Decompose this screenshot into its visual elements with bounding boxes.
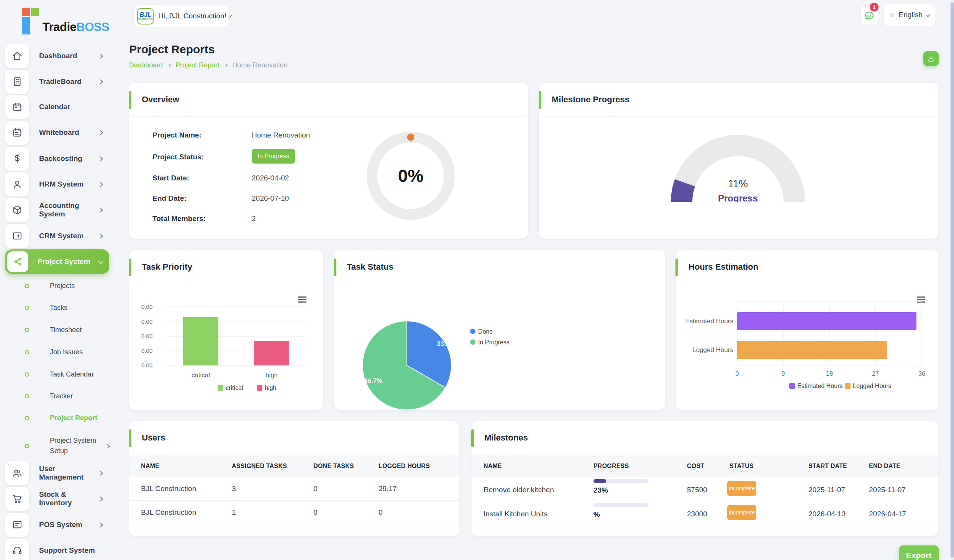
logo-icon: [22, 8, 39, 34]
dollar-icon: [5, 147, 29, 171]
card-accent: [334, 259, 336, 276]
progress-bar: [593, 479, 648, 483]
project-progress-donut-chart[interactable]: 0%: [361, 126, 461, 226]
table-header-row: [472, 455, 938, 477]
x-category-label: critical: [192, 372, 210, 379]
overview-card: Overview Project Name: Home Renovation P…: [129, 83, 528, 239]
sidebar-item-whiteboard[interactable]: Whiteboard: [5, 120, 109, 145]
bar-estimated-hours[interactable]: [737, 312, 916, 330]
pos-card-icon: [5, 513, 29, 537]
card-title: Overview: [142, 95, 179, 105]
cell-logged-hours: 29.17: [379, 485, 397, 493]
sidebar-item-calendar[interactable]: Calendar: [5, 95, 109, 119]
task-status-pie-chart[interactable]: 33.3% 66.7% Done In Progress: [345, 287, 559, 410]
cell-end-date: 2025-11-07: [869, 486, 906, 494]
breadcrumb: Dashboard Project Report Home Renovation: [129, 61, 287, 69]
start-date-label: Start Date:: [152, 174, 189, 182]
sidebar-item-dashboard[interactable]: Dashboard: [5, 44, 109, 68]
legend-swatch: [257, 385, 262, 391]
avatar-subtext: CONSTRUCTION: [137, 18, 154, 21]
sidebar-subitem-tasks[interactable]: Tasks: [5, 304, 109, 311]
legend-swatch: [789, 383, 795, 389]
user-menu[interactable]: BJL CONSTRUCTION Hi, BJL Construction!: [133, 5, 228, 27]
cell-start-date: 2025-11-07: [808, 486, 845, 494]
bullet-icon: [25, 328, 29, 332]
status-badge: Incomplete: [727, 481, 756, 496]
bar-high[interactable]: [254, 341, 289, 365]
card-title: Task Status: [347, 262, 393, 272]
breadcrumb-dashboard[interactable]: Dashboard: [129, 61, 163, 69]
sidebar-item-user-management[interactable]: User Management: [5, 461, 109, 485]
app-root: TradieBOSS BJL CONSTRUCTION Hi, BJL Cons…: [0, 0, 954, 560]
chevron-right-icon: [98, 156, 103, 161]
avatar: BJL CONSTRUCTION: [137, 8, 154, 25]
bullet-icon: [25, 284, 29, 288]
bar-logged-hours[interactable]: [737, 341, 887, 359]
task-status-card: Task Status 33.3% 66.7% Done In Progress: [334, 250, 665, 410]
card-accent: [129, 91, 131, 109]
sidebar-item-accounting-system[interactable]: Accounting System: [5, 198, 109, 222]
pie-data-label: 33.3%: [437, 340, 455, 347]
x-category-label: high: [266, 372, 278, 379]
sidebar-item-stock-inventory[interactable]: Stock & Inventory: [5, 486, 109, 511]
milestones-card: Milestones NAME PROGRESS COST STATUS STA…: [472, 421, 938, 536]
chart-legend[interactable]: Done In Progress: [470, 328, 510, 345]
project-name-label: Project Name:: [152, 131, 202, 139]
breadcrumb-current: Home Renovation: [232, 61, 287, 69]
progress-label: 23%: [593, 486, 608, 495]
task-priority-card: Task Priority 0.00 0.00 0.00 0.00 0.00 c…: [129, 250, 323, 410]
legend-label: Logged Hours: [853, 383, 892, 389]
column-header: NAME: [141, 463, 159, 470]
person-icon: [5, 172, 29, 196]
bar-critical[interactable]: [183, 317, 218, 365]
cell-done-tasks: 0: [313, 508, 318, 517]
bullet-icon: [25, 444, 29, 448]
legend-swatch: [218, 385, 223, 391]
export-button[interactable]: Export: [899, 545, 939, 560]
chevron-right-icon: [98, 208, 103, 213]
chevron-down-icon: [98, 259, 103, 264]
download-report-button[interactable]: [923, 51, 939, 66]
tradieboss-logo[interactable]: TradieBOSS: [22, 8, 109, 34]
sidebar-item-hrm-system[interactable]: HRM System: [5, 172, 109, 196]
cell-assigned-tasks: 1: [232, 508, 236, 517]
sidebar-subitem-projects[interactable]: Projects: [5, 282, 109, 290]
donut-marker: [407, 134, 415, 141]
sidebar-item-project-system[interactable]: Project System: [5, 249, 109, 274]
card-title: Users: [142, 433, 165, 443]
card-accent: [539, 91, 541, 109]
breadcrumb-project-report[interactable]: Project Report: [175, 61, 220, 69]
column-header: END DATE: [869, 463, 900, 470]
chevron-right-icon: [98, 54, 103, 59]
sidebar-item-support-system[interactable]: Support System: [5, 538, 109, 560]
globe-icon: [889, 10, 895, 20]
sidebar-subitem-job-issues[interactable]: Job Issues: [5, 348, 109, 356]
page-title: Project Reports: [129, 43, 215, 56]
chart-legend[interactable]: critical high: [218, 385, 276, 391]
chevron-right-icon: [98, 471, 103, 476]
chevron-right-icon: [105, 444, 110, 448]
chevron-down-icon: [926, 13, 931, 17]
legend-label: critical: [226, 385, 243, 391]
legend-label: Done: [478, 328, 493, 335]
sidebar-subitem-project-report[interactable]: Project Report: [5, 414, 109, 422]
sidebar-item-crm-system[interactable]: CRM System: [5, 224, 109, 248]
sidebar-subitem-task-calendar[interactable]: Task Calendar: [5, 370, 109, 378]
sidebar-subitem-project-system-setup[interactable]: Project System Setup: [5, 435, 109, 457]
scrollbar-thumb[interactable]: [951, 2, 954, 558]
sidebar-subitem-timesheet[interactable]: Timesheet: [5, 326, 109, 334]
chart-legend[interactable]: Estimated Hours Logged Hours: [789, 383, 892, 389]
cell-logged-hours: 0: [379, 508, 383, 517]
language-selector[interactable]: English: [884, 4, 935, 26]
sidebar-subitem-tracker[interactable]: Tracker: [5, 392, 109, 400]
sidebar-item-pos-system[interactable]: POS System: [5, 513, 109, 537]
sidebar-item-backcosting[interactable]: Backcosting: [5, 146, 109, 171]
card-title: Task Priority: [142, 262, 192, 272]
sidebar-item-tradieboard[interactable]: TradieBoard: [5, 69, 109, 94]
milestone-progress-gauge-chart[interactable]: 11% Progress: [657, 131, 818, 202]
start-date-value: 2026-04-02: [252, 174, 289, 182]
end-date-value: 2026-07-10: [252, 194, 289, 203]
hours-estimation-bar-chart[interactable]: Estimated Hours Logged Hours 0 9 18 27 3…: [686, 291, 931, 395]
task-priority-bar-chart[interactable]: 0.00 0.00 0.00 0.00 0.00 critical high c…: [134, 295, 318, 395]
logo-text-boss: BOSS: [76, 20, 109, 34]
